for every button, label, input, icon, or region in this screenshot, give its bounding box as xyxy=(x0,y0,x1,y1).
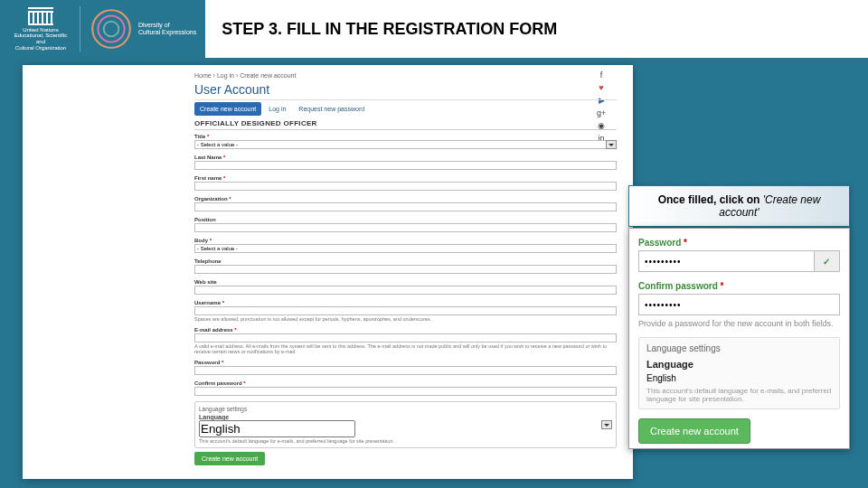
tab-login[interactable]: Log in xyxy=(263,102,291,116)
tab-create-account[interactable]: Create new account xyxy=(194,102,261,116)
body-select[interactable] xyxy=(194,244,617,253)
unesco-temple-icon xyxy=(28,7,53,25)
label-firstname: First name xyxy=(194,175,617,181)
tab-request-password[interactable]: Request new password xyxy=(293,102,370,116)
label-email: E-mail address xyxy=(194,327,617,333)
page-title: User Account xyxy=(194,82,617,100)
zoom-password-help: Provide a password for the new account i… xyxy=(638,319,840,328)
lang-select[interactable] xyxy=(199,420,612,437)
zoom-panel: Password * ••••••••• ✓ Confirm password … xyxy=(628,228,850,449)
label-body: Body xyxy=(194,238,617,243)
zoom-password-label: Password * xyxy=(638,238,840,248)
label-username: Username xyxy=(194,300,617,305)
logo-divider xyxy=(80,6,80,52)
chevron-down-icon[interactable] xyxy=(606,140,617,149)
label-password: Password xyxy=(194,360,617,365)
unesco-logo-text: United Nations Educational, Scientific a… xyxy=(9,27,72,51)
zoom-lang-value: English xyxy=(646,373,832,383)
title-select[interactable] xyxy=(194,140,617,149)
password-input[interactable] xyxy=(194,366,617,375)
zoom-lang-label: Language xyxy=(646,359,832,370)
position-input[interactable] xyxy=(194,223,617,232)
email-help: A valid e-mail address. All e-mails from… xyxy=(194,343,617,354)
swirl-icon xyxy=(88,5,135,52)
lang-note: This account's default language for e-ma… xyxy=(199,438,612,444)
email-input[interactable] xyxy=(194,333,617,343)
label-position: Position xyxy=(194,217,617,222)
label-title: Title xyxy=(194,134,617,139)
step-title: STEP 3. FILL IN THE REGISTRATION FORM xyxy=(205,0,868,58)
label-lastname: Last Name xyxy=(194,155,617,160)
section-officer: OFFICIALLY DESIGNED OFFICER xyxy=(194,119,617,130)
zoom-password-input[interactable]: ••••••••• ✓ xyxy=(638,250,840,272)
firstname-input[interactable] xyxy=(194,182,617,191)
chevron-down-icon[interactable] xyxy=(601,420,612,429)
form-screenshot: f ♥ ▶ g+ ◉ in Home › Log in › Create new… xyxy=(23,65,633,479)
zoom-confirm-label: Confirm password * xyxy=(638,281,840,291)
check-icon: ✓ xyxy=(814,251,839,271)
lang-label: Language xyxy=(199,414,612,420)
label-confirm: Confirm password xyxy=(194,380,617,386)
username-help: Spaces are allowed; punctuation is not a… xyxy=(194,316,617,322)
logo-block: United Nations Educational, Scientific a… xyxy=(0,0,205,59)
slide-header: United Nations Educational, Scientific a… xyxy=(0,0,868,58)
tabs: Create new account Log in Request new pa… xyxy=(194,102,617,116)
diversity-logo: Diversity of Cultural Expressions xyxy=(88,5,196,52)
svg-point-2 xyxy=(104,22,119,37)
diversity-logo-text: Diversity of Cultural Expressions xyxy=(138,22,196,35)
label-organization: Organization xyxy=(194,196,617,202)
zoom-lang-note: This account's default language for e-ma… xyxy=(646,387,832,403)
lang-box-title: Language settings xyxy=(199,406,612,412)
website-input[interactable] xyxy=(194,286,617,295)
label-website: Web site xyxy=(194,279,617,285)
create-account-button-small[interactable]: Create new account xyxy=(194,452,265,465)
username-input[interactable] xyxy=(194,306,617,315)
unesco-logo: United Nations Educational, Scientific a… xyxy=(9,3,72,55)
language-settings-box: Language settings Language This account'… xyxy=(194,401,617,448)
label-telephone: Telephone xyxy=(194,258,617,264)
zoom-lang-box-title: Language settings xyxy=(646,343,832,353)
zoom-language-panel: Language settings Language English This … xyxy=(638,337,840,409)
confirm-input[interactable] xyxy=(194,387,617,396)
organization-input[interactable] xyxy=(194,202,617,211)
breadcrumb: Home › Log in › Create new account xyxy=(194,72,617,79)
svg-point-1 xyxy=(98,15,124,42)
zoom-confirm-input[interactable]: ••••••••• xyxy=(638,294,840,315)
telephone-input[interactable] xyxy=(194,265,617,274)
lastname-input[interactable] xyxy=(194,161,617,170)
create-account-button[interactable]: Create new account xyxy=(638,418,750,444)
instruction-callout: Once filled, click on 'Create new accoun… xyxy=(628,185,850,227)
